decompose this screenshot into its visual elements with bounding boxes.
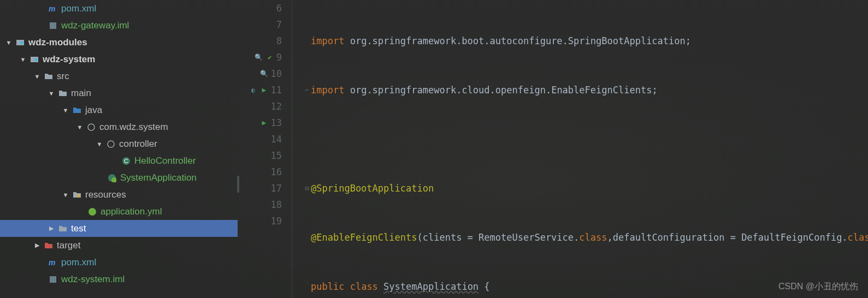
folder-icon: [44, 71, 54, 81]
chevron-right-icon: ▶: [48, 225, 55, 232]
svg-rect-12: [77, 194, 80, 197]
tree-label: com.wdz.system: [99, 122, 168, 133]
class-icon: C: [121, 156, 131, 166]
line-number: 18: [271, 196, 282, 213]
line-number: 14: [271, 131, 282, 147]
iml-icon: [48, 275, 58, 284]
chevron-down-icon: ▼: [96, 141, 103, 147]
chevron-down-icon: ▼: [34, 73, 40, 80]
tree-item-pom[interactable]: m pom.xml: [0, 0, 238, 17]
tree-item-test[interactable]: ▶ test: [0, 220, 238, 237]
tree-label: wdz-system: [43, 54, 95, 65]
svg-rect-3: [20, 41, 23, 44]
svg-rect-15: [50, 276, 56, 283]
nav-icon[interactable]: 🔍: [260, 69, 269, 78]
chevron-down-icon: ▼: [48, 90, 55, 97]
svg-rect-1: [50, 22, 56, 29]
line-number: 9: [276, 49, 282, 65]
tree-item-pom2[interactable]: m pom.xml: [0, 254, 238, 271]
tree-label: java: [85, 105, 102, 116]
gutter[interactable]: 6 7 8 🔍✔9 🔍10 ◐▶11 12 ▶13 14 15 16 17 18…: [238, 0, 292, 298]
iml-icon: [48, 21, 58, 31]
svg-rect-5: [34, 58, 37, 61]
chevron-down-icon: ▼: [20, 56, 26, 63]
tree-label: wdz-modules: [28, 37, 87, 48]
code-area[interactable]: import org.springframework.boot.autoconf…: [292, 0, 868, 298]
run-icon[interactable]: ▶: [260, 86, 269, 94]
svg-text:m: m: [49, 4, 55, 13]
tree-item-resources[interactable]: ▼ resources: [0, 186, 238, 203]
fold-end-icon[interactable]: ⌐: [303, 82, 311, 98]
tree-item-hello[interactable]: C HelloController: [0, 152, 238, 169]
tree-label: SystemApplication: [120, 172, 197, 183]
chevron-down-icon: ▼: [62, 192, 69, 198]
line-number: 11: [271, 82, 282, 98]
source-folder-icon: [72, 105, 82, 115]
tree-label: target: [57, 240, 80, 251]
tree-label: pom.xml: [61, 257, 96, 268]
tree-item-pkg[interactable]: ▼ com.wdz.system: [0, 118, 238, 135]
line-number: 12: [271, 98, 282, 115]
spring-class-icon: [107, 173, 117, 183]
bean-icon[interactable]: ✔: [265, 53, 274, 62]
watermark: CSDN @小丑的忧伤: [778, 281, 858, 293]
code-editor[interactable]: 6 7 8 🔍✔9 🔍10 ◐▶11 12 ▶13 14 15 16 17 18…: [238, 0, 868, 298]
tree-label: resources: [85, 189, 126, 200]
tree-item-src[interactable]: ▼ src: [0, 68, 238, 85]
fold-icon[interactable]: [303, 33, 311, 49]
tree-item-target[interactable]: ▶ target: [0, 237, 238, 254]
tree-label: wdz-gateway.iml: [61, 20, 129, 31]
line-number: 19: [271, 213, 282, 229]
excluded-folder-icon: [44, 241, 54, 251]
tree-label: main: [71, 88, 91, 99]
bean-icon[interactable]: ◐: [249, 86, 258, 94]
svg-text:C: C: [124, 158, 128, 164]
tree-item-iml2[interactable]: wdz-system.iml: [0, 271, 238, 288]
line-number: 16: [271, 164, 282, 180]
line-number: 10: [271, 65, 282, 82]
line-number: 7: [276, 16, 282, 33]
chevron-down-icon: ▼: [62, 107, 69, 114]
folder-icon: [58, 88, 68, 98]
nav-icon[interactable]: 🔍: [255, 53, 263, 62]
tree-item-app[interactable]: SystemApplication: [0, 169, 238, 186]
svg-point-7: [108, 141, 114, 147]
module-icon: [15, 38, 25, 47]
maven-icon: m: [48, 4, 58, 14]
tree-label: wdz-system.iml: [61, 274, 125, 285]
tree-item-controller[interactable]: ▼ controller: [0, 135, 238, 152]
fold-icon[interactable]: ⊟: [303, 180, 311, 196]
tree-item-modules[interactable]: ▼ wdz-modules: [0, 34, 238, 51]
line-number: 13: [271, 115, 282, 131]
project-tree[interactable]: m pom.xml wdz-gateway.iml ▼ wdz-modules …: [0, 0, 238, 298]
package-icon: [86, 122, 96, 132]
tree-item-main[interactable]: ▼ main: [0, 85, 238, 102]
line-number: 8: [276, 33, 282, 49]
svg-point-13: [88, 208, 96, 216]
tree-label: pom.xml: [61, 3, 96, 14]
svg-point-6: [88, 124, 95, 130]
chevron-down-icon: ▼: [76, 124, 83, 130]
maven-icon: m: [48, 258, 58, 267]
tree-item-iml[interactable]: wdz-gateway.iml: [0, 17, 238, 34]
chevron-down-icon: ▼: [5, 39, 12, 46]
folder-icon: [58, 224, 68, 234]
svg-text:m: m: [49, 258, 55, 267]
line-number: 6: [276, 0, 282, 16]
tree-label: controller: [119, 139, 157, 150]
tree-label: test: [71, 223, 86, 234]
line-number: 17: [271, 180, 282, 196]
tree-item-system[interactable]: ▼ wdz-system: [0, 51, 238, 68]
run-icon[interactable]: ▶: [260, 118, 269, 127]
module-icon: [29, 55, 39, 64]
spring-config-icon: [87, 207, 97, 217]
tree-item-java[interactable]: ▼ java: [0, 102, 238, 118]
resources-folder-icon: [72, 190, 82, 200]
chevron-right-icon: ▶: [34, 242, 40, 249]
tree-label: src: [57, 71, 69, 82]
tree-item-yml[interactable]: application.yml: [0, 203, 238, 220]
tree-label: application.yml: [101, 206, 162, 217]
package-icon: [106, 139, 116, 149]
tree-label: HelloController: [134, 156, 196, 166]
line-number: 15: [271, 147, 282, 164]
